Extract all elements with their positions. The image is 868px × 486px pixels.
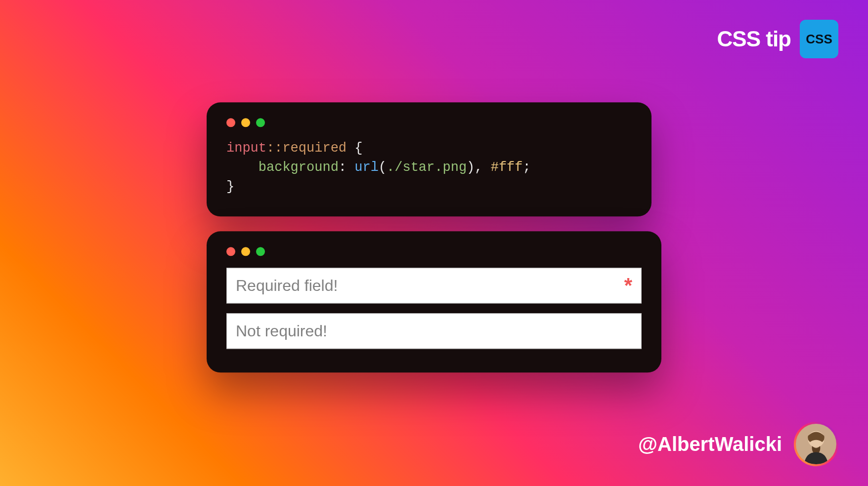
optional-input-placeholder: Not required!: [236, 322, 327, 340]
brand-badge: CSS: [800, 20, 838, 58]
code-selector-tag: input: [226, 141, 266, 156]
code-property: background: [259, 160, 339, 175]
brand-header: CSS tip CSS: [717, 20, 838, 58]
code-func: url: [354, 160, 379, 175]
code-open-brace: {: [347, 141, 362, 156]
avatar-image: [796, 424, 836, 464]
code-hex: #fff: [491, 160, 523, 175]
code-close-brace: }: [226, 180, 234, 195]
code-url-value: ./star.png: [387, 160, 467, 175]
window-traffic-lights: [226, 247, 642, 256]
example-window: Required field! * Not required!: [207, 232, 661, 373]
traffic-light-red-icon: [226, 247, 235, 256]
required-input-placeholder: Required field!: [236, 277, 338, 295]
author-footer: @AlbertWalicki: [638, 422, 838, 466]
brand-text: CSS tip: [717, 27, 791, 51]
author-handle: @AlbertWalicki: [638, 433, 782, 455]
code-comma: ,: [475, 160, 490, 175]
required-input[interactable]: Required field! *: [226, 268, 642, 304]
css-code-block: input::required { background: url(./star…: [226, 139, 632, 197]
required-star-icon: *: [624, 274, 632, 298]
code-colon: :: [339, 160, 347, 175]
code-pseudo-prefix: ::: [266, 141, 282, 156]
optional-input[interactable]: Not required!: [226, 314, 642, 349]
content-stage: input::required { background: url(./star…: [207, 102, 661, 372]
traffic-light-yellow-icon: [241, 118, 250, 127]
code-paren-open: (: [379, 160, 387, 175]
code-window: input::required { background: url(./star…: [207, 102, 651, 216]
window-traffic-lights: [226, 118, 632, 127]
author-avatar: [794, 422, 838, 466]
code-pseudo-name: required: [282, 141, 347, 156]
code-semicolon: ;: [523, 160, 531, 175]
traffic-light-yellow-icon: [241, 247, 250, 256]
traffic-light-green-icon: [256, 247, 265, 256]
traffic-light-red-icon: [226, 118, 235, 127]
traffic-light-green-icon: [256, 118, 265, 127]
code-paren-close: ): [467, 160, 475, 175]
